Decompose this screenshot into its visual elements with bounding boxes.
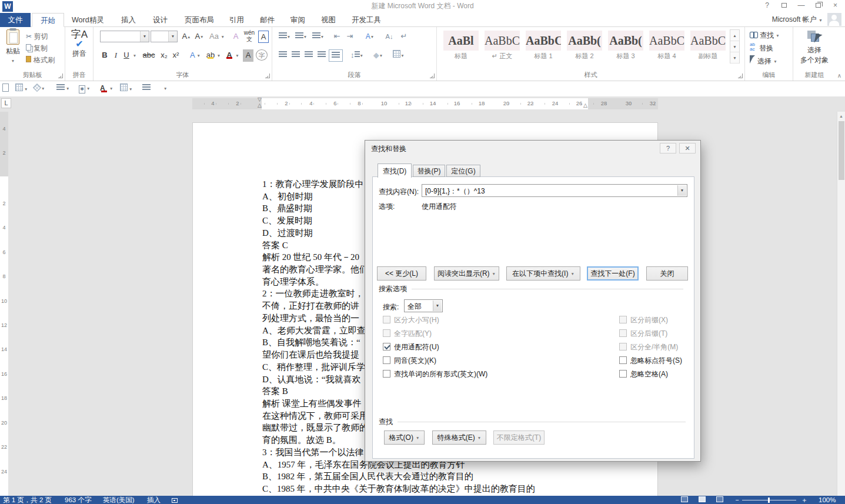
- underline-button[interactable]: U: [122, 49, 131, 62]
- addin-table-update-button[interactable]: [142, 84, 151, 94]
- scrollbar-thumb[interactable]: [839, 121, 844, 180]
- style-item-title[interactable]: AaBl标题: [442, 29, 480, 62]
- tab-view[interactable]: 视图: [313, 13, 344, 27]
- align-left-button[interactable]: [277, 49, 289, 62]
- paste-button[interactable]: 粘贴▼: [2, 29, 24, 65]
- phonetic-guide-button[interactable]: wén文: [243, 29, 256, 42]
- clear-formatting-icon[interactable]: A: [230, 31, 242, 43]
- font-color-button[interactable]: A ▼: [224, 49, 241, 62]
- gallery-more-icon[interactable]: ▼: [730, 52, 739, 64]
- close-icon[interactable]: ×: [827, 0, 844, 12]
- checkbox-icon[interactable]: [383, 370, 390, 378]
- character-border-button[interactable]: A: [258, 31, 269, 43]
- addin-frame-button[interactable]: ✱▼: [79, 84, 90, 94]
- special-button[interactable]: 特殊格式(E)▼: [432, 430, 486, 445]
- line-spacing-button[interactable]: ↕▼: [349, 49, 365, 62]
- font-dialog-launcher-icon[interactable]: [265, 74, 270, 78]
- borders-button[interactable]: ▼: [390, 49, 408, 62]
- language-indicator[interactable]: 英语(美国): [103, 496, 135, 504]
- underline-menu-icon[interactable]: ▼: [131, 49, 138, 62]
- replace-button[interactable]: abac替换: [750, 42, 773, 54]
- style-item-normal[interactable]: AaBbC↵ 正文: [483, 29, 522, 62]
- format-button[interactable]: 格式(O)▼: [384, 430, 425, 445]
- view-buttons[interactable]: [681, 496, 734, 504]
- tab-word-genie[interactable]: Word精灵: [64, 13, 112, 27]
- vertical-scrollbar[interactable]: ▲: [837, 112, 845, 496]
- restore-icon[interactable]: [810, 0, 827, 12]
- bold-button[interactable]: B: [100, 49, 109, 62]
- addin-shapes-button[interactable]: ▼: [34, 84, 45, 94]
- right-indent-marker[interactable]: △: [583, 103, 587, 108]
- addin-more-button[interactable]: ▼: [162, 84, 167, 94]
- checkbox-icon[interactable]: [619, 356, 627, 364]
- shrink-font-button[interactable]: A▼: [193, 31, 205, 43]
- zoom-slider-thumb[interactable]: [768, 498, 770, 503]
- tab-review[interactable]: 审阅: [282, 13, 313, 27]
- addin-table-button[interactable]: ▼: [15, 84, 28, 94]
- clipboard-dialog-launcher-icon[interactable]: [58, 74, 63, 78]
- scroll-up-icon[interactable]: ▲: [837, 112, 845, 118]
- highlight-color-button[interactable]: ab ▼: [205, 49, 222, 62]
- tab-mailings[interactable]: 邮件: [252, 13, 283, 27]
- dialog-title-bar[interactable]: 查找和替换 ? ✕: [365, 141, 700, 156]
- italic-button[interactable]: I: [112, 49, 120, 62]
- checkbox-icon[interactable]: [619, 370, 627, 378]
- search-scope-combo[interactable]: 全部 ▼: [404, 299, 443, 312]
- macro-record-icon[interactable]: [172, 496, 178, 504]
- addin-doc-button[interactable]: [2, 84, 9, 94]
- tab-stop-selector[interactable]: L: [1, 98, 11, 108]
- chevron-down-icon[interactable]: ▼: [677, 185, 686, 196]
- vertical-ruler[interactable]: 4 2 2 4 6 8 10 12 14 16 18 20 22 24: [0, 112, 8, 496]
- addin-font-color-button[interactable]: A▼: [100, 84, 113, 94]
- styles-gallery-scroll[interactable]: ▲▼▼: [730, 29, 740, 64]
- scroll-up-icon[interactable]: ▲: [730, 30, 739, 41]
- chevron-down-icon[interactable]: ▼: [140, 31, 149, 42]
- tab-page-layout[interactable]: 页面布局: [176, 13, 222, 27]
- justify-button[interactable]: [316, 49, 328, 62]
- print-layout-icon[interactable]: [699, 496, 706, 502]
- pinyin-button[interactable]: 字A ✔ 拼音: [69, 29, 90, 59]
- word-count[interactable]: 963 个字: [65, 496, 91, 504]
- dialog-help-icon[interactable]: ?: [660, 143, 676, 153]
- styles-dialog-launcher-icon[interactable]: [738, 74, 743, 78]
- first-line-indent-marker[interactable]: ▽: [258, 97, 262, 102]
- find-replace-dialog[interactable]: 查找和替换 ? ✕ 查找(D) 替换(P) 定位(G) 查找内容(N): [0-…: [365, 140, 701, 462]
- font-name-combo[interactable]: ▼: [100, 31, 149, 42]
- superscript-button[interactable]: x²: [170, 49, 182, 62]
- close-button[interactable]: 关闭: [646, 266, 688, 281]
- avatar[interactable]: [827, 13, 841, 26]
- minimize-icon[interactable]: —: [793, 0, 810, 12]
- style-item-heading1[interactable]: AaBbC标题 1: [524, 29, 563, 62]
- decrease-indent-button[interactable]: ⇤: [331, 31, 343, 43]
- format-painter-button[interactable]: 格式刷: [26, 54, 55, 66]
- scroll-down-icon[interactable]: ▼: [730, 41, 739, 52]
- style-item-subtitle[interactable]: AaBbC副标题: [689, 29, 727, 62]
- find-what-value[interactable]: [0-9]{1,}：*（）^13: [425, 186, 676, 196]
- chevron-down-icon[interactable]: ▼: [168, 31, 177, 42]
- tab-home[interactable]: 开始: [32, 13, 64, 27]
- zoom-level[interactable]: 100%: [819, 496, 836, 504]
- find-in-button[interactable]: 在以下项中查找(I)▼: [506, 266, 580, 281]
- tab-references[interactable]: 引用: [221, 13, 252, 27]
- insert-mode-indicator[interactable]: 插入: [147, 496, 161, 504]
- page-indicator[interactable]: 第 1 页，共 2 页: [3, 496, 52, 504]
- style-item-heading2[interactable]: AaBb(标题 2: [565, 29, 604, 62]
- search-scope-value[interactable]: 全部: [408, 302, 432, 312]
- bullets-button[interactable]: ▼: [277, 31, 292, 43]
- text-effects-button[interactable]: A ▼: [188, 49, 203, 62]
- dialog-close-icon[interactable]: ✕: [679, 143, 696, 153]
- character-shading-button[interactable]: A: [243, 49, 253, 62]
- dialog-tab-replace[interactable]: 替换(P): [413, 165, 445, 177]
- ribbon-display-options-icon[interactable]: [776, 0, 793, 12]
- zoom-in-icon[interactable]: ＋: [801, 496, 808, 504]
- sort-button[interactable]: A↓: [383, 31, 396, 43]
- shading-button[interactable]: ◆▼: [370, 49, 386, 62]
- change-case-button[interactable]: Aa ▼: [209, 31, 225, 43]
- cut-button[interactable]: ✂ 剪切: [26, 31, 48, 42]
- style-item-heading3[interactable]: AaBb(标题 3: [606, 29, 645, 62]
- tab-insert[interactable]: 插入: [113, 13, 144, 27]
- paragraph-dialog-launcher-icon[interactable]: [430, 74, 435, 78]
- checkbox-icon[interactable]: [383, 356, 390, 364]
- web-layout-icon[interactable]: [716, 496, 723, 502]
- asian-layout-button[interactable]: A▼: [360, 31, 379, 43]
